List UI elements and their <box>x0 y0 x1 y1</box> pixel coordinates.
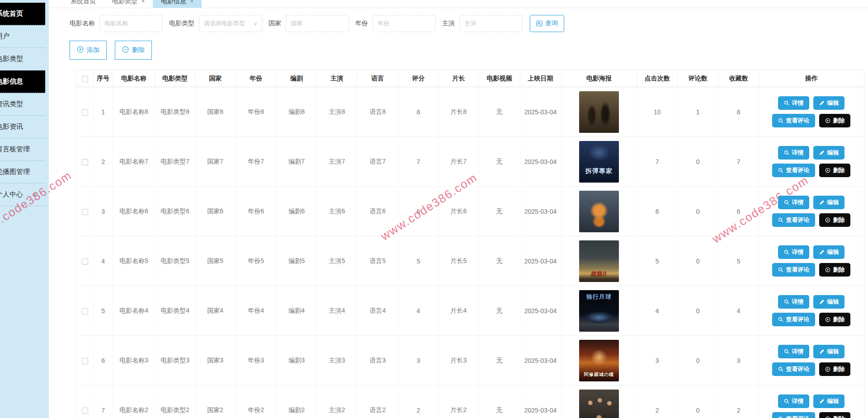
detail-button-label: 详情 <box>792 298 803 306</box>
movie-poster: 战狼II <box>579 240 619 282</box>
filter-label: 国家 <box>269 19 281 28</box>
tab-1[interactable]: 系统首页 <box>62 0 104 8</box>
delete-row-button[interactable]: 删除 <box>819 164 850 177</box>
movie-name: 电影名称3 <box>113 336 155 385</box>
movie-type: 电影类型5 <box>155 236 195 286</box>
sidebar-item-6[interactable]: 电影资讯 <box>0 116 45 138</box>
select-all-checkbox[interactable] <box>82 76 88 82</box>
writer: 编剧2 <box>277 385 317 418</box>
row-checkbox[interactable] <box>82 408 88 414</box>
add-button[interactable]: 添加 <box>70 41 107 60</box>
row-checkbox[interactable] <box>82 308 88 315</box>
filter-input-5[interactable]: 主演 <box>459 15 523 32</box>
input-placeholder: 电影名称 <box>104 19 158 28</box>
row-checkbox[interactable] <box>82 209 88 215</box>
country: 国家6 <box>195 187 236 236</box>
edit-button[interactable]: 编辑 <box>813 96 844 110</box>
filter-input-3[interactable]: 国家 <box>286 15 349 32</box>
delete-circle-icon <box>825 217 830 223</box>
view-comments-button[interactable]: 查看评论 <box>772 114 815 127</box>
writer: 编剧8 <box>277 87 317 137</box>
view-comments-button[interactable]: 查看评论 <box>772 213 815 227</box>
delete-row-button[interactable]: 删除 <box>819 362 850 376</box>
delete-row-button[interactable]: 删除 <box>819 412 850 418</box>
row-checkbox[interactable] <box>82 109 88 116</box>
row-checkbox[interactable] <box>82 258 88 265</box>
sidebar: 系统首页用户电影类型电影信息资讯类型电影资讯留言板管理轮播图管理个人中心∨ <box>0 0 49 418</box>
edit-button[interactable]: 编辑 <box>813 345 844 358</box>
edit-button[interactable]: 编辑 <box>813 295 844 309</box>
sidebar-item-1[interactable]: 系统首页 <box>0 3 45 25</box>
detail-button[interactable]: 详情 <box>778 96 809 110</box>
edit-button-label: 编辑 <box>827 298 839 306</box>
movie-poster: 独行月球 <box>579 290 619 332</box>
view-comments-button[interactable]: 查看评论 <box>772 313 815 326</box>
search-icon <box>778 118 783 123</box>
release-date: 2025-03-04 <box>520 286 561 336</box>
filter-input-1[interactable]: 电影名称 <box>99 15 163 32</box>
movie-poster <box>579 390 619 418</box>
column-header: 电影海报 <box>561 70 637 87</box>
tab-label: 系统首页 <box>71 0 96 5</box>
row-actions: 详情编辑查看评论删除 <box>759 245 864 277</box>
edit-button-label: 编辑 <box>827 99 839 107</box>
column-header: 评论数 <box>677 70 718 87</box>
detail-button[interactable]: 详情 <box>778 395 809 408</box>
sidebar-item-9[interactable]: 个人中心∨ <box>0 183 45 206</box>
search-button[interactable]: 查询 <box>530 15 564 32</box>
sidebar-item-4[interactable]: 电影信息 <box>0 70 45 93</box>
length: 片长3 <box>439 336 479 385</box>
row-index: 7 <box>94 385 113 418</box>
movie-type: 电影类型2 <box>155 385 195 418</box>
detail-button[interactable]: 详情 <box>778 245 809 259</box>
language: 语言5 <box>357 236 398 286</box>
tab-close-icon[interactable]: × <box>142 0 145 5</box>
delete-row-button[interactable]: 删除 <box>819 263 850 277</box>
tab-3[interactable]: 电影信息× <box>153 0 202 8</box>
table-row: 5电影名称4电影类型4国家4年份4编剧4主演4语言44片长4无2025-03-0… <box>76 286 864 336</box>
row-checkbox[interactable] <box>82 159 88 165</box>
tab-label: 电影信息 <box>161 0 186 5</box>
detail-button-label: 详情 <box>792 99 803 107</box>
actions-cell: 详情编辑查看评论删除 <box>759 236 864 286</box>
detail-button[interactable]: 详情 <box>778 146 809 160</box>
delete-button[interactable]: 删除 <box>115 41 152 60</box>
detail-button[interactable]: 详情 <box>778 295 809 309</box>
edit-button[interactable]: 编辑 <box>813 196 844 209</box>
movie-type-select[interactable]: 请选择电影类型∨ <box>199 15 262 32</box>
tab-2[interactable]: 电影类型× <box>104 0 153 8</box>
favorites-count: 4 <box>718 286 759 336</box>
detail-button[interactable]: 详情 <box>778 345 809 358</box>
edit-button[interactable]: 编辑 <box>813 146 844 160</box>
sidebar-item-5[interactable]: 资讯类型 <box>0 93 45 116</box>
sidebar-item-8[interactable]: 轮播图管理 <box>0 161 45 183</box>
delete-row-button[interactable]: 删除 <box>819 213 850 227</box>
sidebar-item-7[interactable]: 留言板管理 <box>0 138 45 161</box>
filter-group-2: 电影类型请选择电影类型∨ <box>169 15 262 32</box>
delete-row-button[interactable]: 删除 <box>819 114 850 127</box>
comments-count: 1 <box>677 87 718 137</box>
row-select-cell <box>76 236 94 286</box>
sidebar-item-3[interactable]: 电影类型 <box>0 48 45 70</box>
view-comments-button[interactable]: 查看评论 <box>772 164 815 177</box>
view-comments-button[interactable]: 查看评论 <box>772 362 815 376</box>
delete-row-button[interactable]: 删除 <box>819 313 850 326</box>
sidebar-item-2[interactable]: 用户 <box>0 25 45 48</box>
detail-button[interactable]: 详情 <box>778 196 809 209</box>
filter-input-4[interactable]: 年份 <box>373 15 436 32</box>
edit-button[interactable]: 编辑 <box>813 395 844 408</box>
language: 语言6 <box>357 187 398 236</box>
view-comments-button-label: 查看评论 <box>786 216 809 224</box>
row-index: 5 <box>94 286 113 336</box>
view-comments-button[interactable]: 查看评论 <box>772 263 815 277</box>
tab-close-icon[interactable]: × <box>190 0 193 5</box>
view-comments-button[interactable]: 查看评论 <box>772 412 815 418</box>
length: 片长4 <box>439 286 479 336</box>
edit-button[interactable]: 编辑 <box>813 245 844 259</box>
poster-cell <box>561 187 637 236</box>
score: 7 <box>398 137 439 187</box>
video: 无 <box>479 336 520 385</box>
view-comments-button-label: 查看评论 <box>786 266 809 274</box>
delete-circle-icon <box>825 317 830 322</box>
row-checkbox[interactable] <box>82 358 88 364</box>
